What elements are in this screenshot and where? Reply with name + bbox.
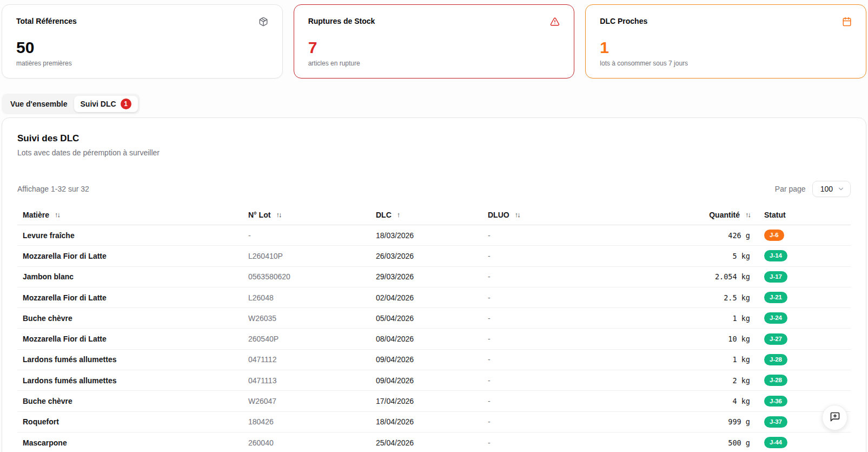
- calendar-icon: [842, 17, 852, 27]
- cell-dlc: 08/04/2026: [370, 335, 482, 343]
- package-icon: [259, 17, 268, 27]
- cell-dlc: 17/04/2026: [370, 397, 482, 405]
- pagination-info: Affichage 1-32 sur 32: [17, 185, 89, 193]
- column-header-lot[interactable]: N° Lot ↑↓: [243, 211, 370, 219]
- tab-suivi-dlc[interactable]: Suivi DLC 1: [74, 96, 138, 112]
- per-page-select[interactable]: 100: [812, 181, 851, 197]
- cell-statut: J-27: [759, 333, 851, 345]
- cell-lot: 260540P: [243, 335, 370, 343]
- feedback-button[interactable]: [822, 405, 847, 430]
- cell-matiere: Mascarpone: [17, 438, 243, 447]
- card-ruptures-stock: Ruptures de Stock 7 articles en rupture: [294, 4, 575, 78]
- alert-triangle-icon: [550, 17, 560, 27]
- table-row[interactable]: Buche chèvre W26035 05/04/2026 - 1 kg J-…: [17, 308, 851, 329]
- card-dlc-proches: DLC Proches 1 lots à consommer sous 7 jo…: [585, 4, 866, 78]
- cell-lot: 260040: [243, 438, 370, 447]
- cell-quantite: 1 kg: [631, 314, 759, 323]
- cell-matiere: Buche chèvre: [17, 397, 243, 405]
- cell-statut: J-21: [759, 292, 851, 303]
- column-header-dluo[interactable]: DLUO ↑↓: [482, 211, 631, 219]
- table-row[interactable]: Roquefort 180426 18/04/2026 - 999 g J-37: [17, 412, 851, 433]
- status-badge: J-24: [764, 312, 787, 324]
- table-row[interactable]: Buche chèvre W26047 17/04/2026 - 4 kg J-…: [17, 391, 851, 411]
- cell-quantite: 4 kg: [631, 397, 759, 405]
- sort-icon: ↑↓: [55, 211, 59, 219]
- per-page-label: Par page: [775, 185, 806, 193]
- cell-lot: 0563580620: [243, 272, 370, 281]
- cell-matiere: Jambon blanc: [17, 272, 243, 281]
- panel-title: Suivi des DLC: [17, 133, 851, 144]
- tab-vue-densemble[interactable]: Vue d'ensemble: [4, 97, 74, 111]
- cell-quantite: 999 g: [631, 417, 759, 426]
- cell-dluo: -: [482, 335, 631, 343]
- stat-cards: Total Références 50 matières premières R…: [2, 4, 866, 78]
- table-row[interactable]: Lardons fumés allumettes 0471112 09/04/2…: [17, 350, 851, 370]
- tab-label: Suivi DLC: [81, 100, 116, 108]
- status-badge: J-28: [764, 354, 787, 365]
- column-header-quantite[interactable]: Quantité ↑↓: [631, 211, 759, 219]
- table-row[interactable]: Lardons fumés allumettes 0471113 09/04/2…: [17, 370, 851, 391]
- tabs-bar: Vue d'ensemble Suivi DLC 1: [2, 94, 140, 114]
- table-row[interactable]: Mozzarella Fior di Latte L260410P 26/03/…: [17, 246, 851, 266]
- cell-lot: L26048: [243, 293, 370, 302]
- status-badge: J-37: [764, 416, 787, 428]
- sort-icon: ↑↓: [745, 211, 750, 219]
- cell-matiere: Lardons fumés allumettes: [17, 355, 243, 364]
- cell-lot: 180426: [243, 417, 370, 426]
- cell-statut: J-44: [759, 437, 851, 448]
- table-row[interactable]: Mozzarella Fior di Latte 260540P 08/04/2…: [17, 329, 851, 349]
- table-row[interactable]: Levure fraîche - 18/03/2026 - 426 g J-6: [17, 225, 851, 246]
- cell-dlc: 18/03/2026: [370, 231, 482, 240]
- cell-lot: L260410P: [243, 252, 370, 260]
- card-title: Total Références: [16, 17, 77, 25]
- chevron-down-icon: [837, 185, 845, 193]
- sort-asc-icon: ↑: [397, 211, 400, 219]
- suivi-dlc-panel: Suivi des DLC Lots avec dates de pérempt…: [2, 117, 866, 452]
- cell-lot: W26047: [243, 397, 370, 405]
- card-value: 50: [16, 40, 268, 56]
- card-value: 1: [600, 40, 852, 56]
- status-badge: J-6: [764, 230, 784, 241]
- cell-matiere: Levure fraîche: [17, 231, 243, 240]
- cell-dlc: 09/04/2026: [370, 376, 482, 385]
- cell-quantite: 1 kg: [631, 355, 759, 364]
- tab-count-badge: 1: [121, 99, 131, 109]
- cell-dluo: -: [482, 272, 631, 281]
- cell-matiere: Buche chèvre: [17, 314, 243, 323]
- card-value: 7: [308, 40, 560, 56]
- cell-quantite: 2 kg: [631, 376, 759, 385]
- table-body: Levure fraîche - 18/03/2026 - 426 g J-6 …: [17, 225, 851, 452]
- cell-quantite: 2.054 kg: [631, 272, 759, 281]
- cell-lot: 0471113: [243, 376, 370, 385]
- table-row[interactable]: Mozzarella Fior di Latte L26048 02/04/20…: [17, 287, 851, 308]
- cell-quantite: 10 kg: [631, 335, 759, 343]
- table-row[interactable]: Jambon blanc 0563580620 29/03/2026 - 2.0…: [17, 267, 851, 287]
- status-badge: J-17: [764, 271, 787, 283]
- cell-quantite: 426 g: [631, 231, 759, 240]
- table-row[interactable]: Mascarpone 260040 25/04/2026 - 500 g J-4…: [17, 433, 851, 452]
- column-header-dlc[interactable]: DLC ↑: [370, 211, 482, 219]
- status-badge: J-28: [764, 375, 787, 386]
- status-badge: J-21: [764, 292, 787, 303]
- cell-dluo: -: [482, 376, 631, 385]
- cell-dluo: -: [482, 417, 631, 426]
- cell-quantite: 500 g: [631, 438, 759, 447]
- cell-statut: J-14: [759, 250, 851, 261]
- cell-dluo: -: [482, 438, 631, 447]
- column-header-statut: Statut: [759, 211, 851, 219]
- status-badge: J-14: [764, 250, 787, 261]
- cell-dluo: -: [482, 252, 631, 260]
- per-page-value: 100: [820, 185, 833, 193]
- cell-statut: J-24: [759, 312, 851, 324]
- cell-dlc: 18/04/2026: [370, 417, 482, 426]
- card-subtitle: matières premières: [16, 60, 268, 67]
- column-header-matiere[interactable]: Matière ↑↓: [17, 211, 243, 219]
- sort-icon: ↑↓: [515, 211, 520, 219]
- cell-dlc: 26/03/2026: [370, 252, 482, 260]
- panel-subtitle: Lots avec dates de péremption à surveill…: [17, 148, 851, 157]
- cell-matiere: Roquefort: [17, 417, 243, 426]
- cell-quantite: 2.5 kg: [631, 293, 759, 302]
- cell-matiere: Mozzarella Fior di Latte: [17, 293, 243, 302]
- cell-lot: 0471112: [243, 355, 370, 364]
- tab-label: Vue d'ensemble: [10, 100, 68, 108]
